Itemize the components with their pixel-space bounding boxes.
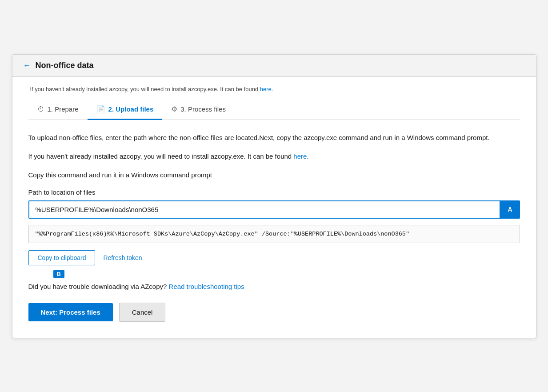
main-window: ← Non-office data If you haven't already… (12, 54, 536, 338)
next-process-files-button[interactable]: Next: Process files (28, 303, 113, 321)
description-paragraph-1: To upload non-office files, enter the pa… (28, 132, 520, 143)
desc2-suffix: . (307, 152, 308, 160)
bottom-actions: Next: Process files Cancel (28, 303, 520, 322)
copy-to-clipboard-button[interactable]: Copy to clipboard (28, 250, 96, 265)
tab-upload-label: 2. Upload files (108, 105, 154, 113)
command-display: "%%ProgramFiles(x86)%%\Microsoft SDKs\Az… (28, 225, 520, 243)
trouble-row: Did you have trouble downloading via AZc… (28, 283, 520, 290)
badge-b-row: B (28, 270, 520, 278)
tab-bar: ⏱ 1. Prepare 📄 2. Upload files ⚙ 3. Proc… (28, 100, 520, 120)
desc2-prefix: If you haven't already installed azcopy,… (28, 152, 294, 160)
desc2-link[interactable]: here (293, 152, 307, 160)
top-notice: If you haven't already installed azcopy,… (28, 86, 520, 92)
badge-b: B (53, 270, 64, 278)
top-notice-text: If you haven't already installed azcopy,… (30, 86, 260, 92)
process-icon: ⚙ (171, 105, 177, 113)
top-notice-link[interactable]: here (260, 86, 272, 92)
tab-prepare-label: 1. Prepare (48, 105, 79, 113)
cancel-button[interactable]: Cancel (119, 303, 166, 322)
path-input[interactable] (28, 200, 500, 219)
action-row: Copy to clipboard Refresh token (28, 250, 520, 265)
content-area: If you haven't already installed azcopy,… (12, 77, 536, 338)
tab-process-files[interactable]: ⚙ 3. Process files (162, 100, 235, 120)
tab-process-label: 3. Process files (180, 105, 226, 113)
prepare-icon: ⏱ (37, 105, 44, 113)
back-button[interactable]: ← (23, 61, 31, 70)
upload-icon: 📄 (96, 105, 105, 113)
path-label: Path to location of files (28, 188, 520, 196)
troubleshooting-link[interactable]: Read troubleshooting tips (169, 283, 244, 290)
badge-a[interactable]: A (500, 200, 520, 219)
header: ← Non-office data (12, 55, 536, 77)
path-input-row: A (28, 200, 520, 219)
description-paragraph-3: Copy this command and run it in a Window… (28, 170, 520, 180)
page-title: Non-office data (36, 61, 94, 70)
top-notice-suffix: . (272, 86, 273, 92)
tab-prepare[interactable]: ⏱ 1. Prepare (28, 101, 88, 120)
trouble-text: Did you have trouble downloading via AZc… (28, 283, 169, 290)
tab-upload-files[interactable]: 📄 2. Upload files (88, 100, 163, 120)
refresh-token-link[interactable]: Refresh token (103, 254, 142, 261)
description-paragraph-2: If you haven't already installed azcopy,… (28, 151, 520, 162)
